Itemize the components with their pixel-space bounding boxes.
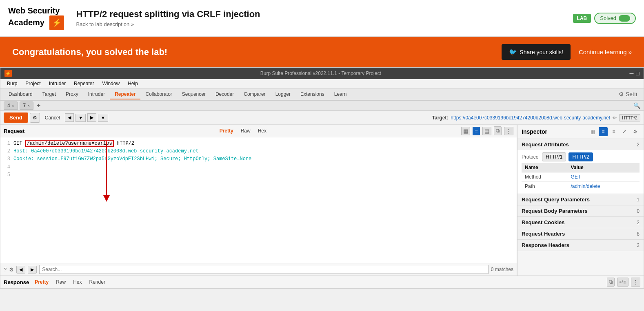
back-link[interactable]: Back to lab description » bbox=[76, 21, 134, 27]
burp-titlebar-controls: ─ □ bbox=[630, 70, 640, 77]
view-grid-icon[interactable]: ▦ bbox=[461, 127, 470, 135]
body-params-header[interactable]: Request Body Parameters 0 bbox=[517, 205, 644, 216]
code-line-2: 2 Host: 0a4e007c0339196bc194274200b2008d… bbox=[4, 148, 513, 155]
repeater-tab-4-close[interactable]: × bbox=[12, 104, 14, 108]
tab-decoder[interactable]: Decoder bbox=[211, 90, 239, 99]
minimize-icon[interactable]: ─ bbox=[630, 70, 634, 77]
tab-proxy[interactable]: Proxy bbox=[61, 90, 83, 99]
burp-window: ⚡ Burp Suite Professional v2022.11.1 - T… bbox=[0, 67, 644, 289]
tab-comparer[interactable]: Comparer bbox=[239, 90, 270, 99]
tab-intruder[interactable]: Intruder bbox=[83, 90, 110, 99]
request-tab-raw[interactable]: Raw bbox=[239, 127, 252, 135]
burp-titlebar: ⚡ Burp Suite Professional v2022.11.1 - T… bbox=[0, 68, 644, 79]
query-params-header[interactable]: Request Query Parameters 1 bbox=[517, 194, 644, 205]
view-more-icon[interactable]: ⋮ bbox=[504, 127, 513, 135]
menu-intruder[interactable]: Intruder bbox=[46, 80, 69, 87]
tab-logger[interactable]: Logger bbox=[271, 90, 295, 99]
inspector-section-cookies: Request Cookies 2 bbox=[517, 217, 644, 228]
search-settings-icon[interactable]: ⚙ bbox=[9, 267, 14, 273]
inspector-icon-grid[interactable]: ▦ bbox=[588, 127, 597, 136]
response-tab-hex[interactable]: Hex bbox=[71, 278, 83, 286]
response-lines-icon[interactable]: ↵n bbox=[617, 278, 628, 287]
attr-method-name: Method bbox=[522, 172, 567, 182]
menu-burp[interactable]: Burp bbox=[4, 80, 20, 87]
request-attributes-content: Protocol HTTP/1 HTTP/2 Name Value bbox=[517, 150, 644, 194]
inspector-section-req-headers: Request Headers 8 bbox=[517, 228, 644, 240]
continue-learning-link[interactable]: Continue learning » bbox=[579, 49, 632, 55]
request-code-area[interactable]: 1 GET /admin/delete?username=carlos HTTP… bbox=[0, 137, 517, 263]
nav-next-button[interactable]: ▶ bbox=[87, 113, 96, 122]
menu-repeater[interactable]: Repeater bbox=[71, 80, 97, 87]
burp-menubar: Burp Project Intruder Repeater Window He… bbox=[0, 79, 644, 88]
inspector-icon-expand[interactable]: ⤢ bbox=[620, 127, 629, 136]
tab-collaborator[interactable]: Collaborator bbox=[140, 90, 177, 99]
tab-learn[interactable]: Learn bbox=[329, 90, 352, 99]
repeater-tab-7[interactable]: 7 × bbox=[20, 101, 34, 110]
response-tab-pretty[interactable]: Pretty bbox=[33, 278, 50, 286]
inspector-section-request-attributes: Request Attributes 2 Protocol HTTP/1 HTT… bbox=[517, 139, 644, 194]
tab-repeater[interactable]: Repeater bbox=[110, 90, 140, 99]
tab-settings-icon[interactable]: ⚙ Setti bbox=[615, 89, 640, 99]
search-next-button[interactable]: ▶ bbox=[28, 266, 37, 274]
inspector-icon-align[interactable]: ≡ bbox=[609, 127, 618, 136]
cancel-button[interactable]: Cancel bbox=[42, 113, 63, 122]
burp-titlebar-left: ⚡ bbox=[4, 70, 12, 77]
request-title: Request bbox=[4, 128, 24, 134]
repeater-tab-4[interactable]: 4 × bbox=[4, 101, 18, 110]
code-line-5: 5 bbox=[4, 171, 513, 179]
tab-extensions[interactable]: Extensions bbox=[295, 90, 329, 99]
code-line-4: 4 bbox=[4, 163, 513, 171]
tab-sequencer[interactable]: Sequencer bbox=[177, 90, 211, 99]
share-button[interactable]: 🐦 Share your skills! bbox=[502, 44, 571, 60]
request-tab-hex[interactable]: Hex bbox=[256, 127, 268, 135]
repeater-tab-7-close[interactable]: × bbox=[27, 104, 30, 108]
inspector-icon-settings[interactable]: ⚙ bbox=[631, 127, 640, 136]
solved-toggle[interactable] bbox=[619, 15, 630, 22]
body-params-title: Request Body Parameters bbox=[522, 208, 588, 214]
protocol-http1-button[interactable]: HTTP/1 bbox=[542, 152, 566, 161]
response-more-icon[interactable]: ⋮ bbox=[631, 278, 640, 287]
view-columns-icon[interactable]: ▤ bbox=[482, 127, 491, 135]
tab-dashboard[interactable]: Dashboard bbox=[4, 90, 38, 99]
search-bar: ? ⚙ ◀ ▶ 0 matches bbox=[0, 263, 517, 276]
menu-help[interactable]: Help bbox=[124, 80, 141, 87]
nav-prev-button[interactable]: ◀ bbox=[65, 113, 74, 122]
search-help-icon[interactable]: ? bbox=[4, 267, 7, 273]
maximize-icon[interactable]: □ bbox=[636, 70, 640, 77]
resp-headers-header[interactable]: Response Headers 3 bbox=[517, 240, 644, 251]
search-input[interactable] bbox=[39, 265, 488, 274]
request-attributes-header[interactable]: Request Attributes 2 bbox=[517, 139, 644, 150]
search-icon[interactable]: 🔍 bbox=[633, 102, 640, 109]
protocol-http2-button[interactable]: HTTP/2 bbox=[568, 152, 593, 161]
request-settings-button[interactable]: ⚙ bbox=[30, 113, 40, 123]
http-version-badge: HTTP/2 bbox=[619, 114, 640, 121]
add-tab-button[interactable]: + bbox=[35, 102, 42, 109]
view-copy-icon[interactable]: ⧉ bbox=[494, 126, 502, 135]
response-tab-render[interactable]: Render bbox=[88, 278, 107, 286]
menu-project[interactable]: Project bbox=[22, 80, 44, 87]
request-tab-pretty[interactable]: Pretty bbox=[218, 127, 235, 135]
nav-prev-dropdown[interactable]: ▼ bbox=[76, 114, 86, 122]
response-copy-icon[interactable]: ⧉ bbox=[607, 278, 615, 287]
inspector-icon-list[interactable]: ≡ bbox=[599, 127, 608, 136]
burp-main: Request Pretty Raw Hex ▦ ≡ ▤ ⧉ ⋮ 1 bbox=[0, 125, 644, 276]
code-line-3: 3 Cookie: session=F97ut1Gw7ZW2pa5nGyzoVd… bbox=[4, 155, 513, 163]
body-params-count: 0 bbox=[637, 208, 640, 214]
repeater-subtabs: 4 × 7 × + 🔍 bbox=[0, 101, 644, 111]
burp-tabbar: Dashboard Target Proxy Intruder Repeater… bbox=[0, 88, 644, 101]
send-button[interactable]: Send bbox=[4, 112, 28, 123]
request-attributes-title: Request Attributes bbox=[522, 141, 569, 148]
search-prev-button[interactable]: ◀ bbox=[16, 266, 25, 274]
req-headers-header[interactable]: Request Headers 8 bbox=[517, 228, 644, 239]
edit-target-icon[interactable]: ✏ bbox=[613, 115, 617, 121]
response-tab-raw[interactable]: Raw bbox=[54, 278, 67, 286]
resp-headers-count: 3 bbox=[637, 243, 640, 248]
header-title-area: HTTP/2 request splitting via CRLF inject… bbox=[76, 9, 573, 27]
view-list-icon[interactable]: ≡ bbox=[473, 127, 480, 135]
tab-target[interactable]: Target bbox=[38, 90, 61, 99]
cookies-header[interactable]: Request Cookies 2 bbox=[517, 217, 644, 228]
menu-window[interactable]: Window bbox=[99, 80, 123, 87]
nav-next-dropdown[interactable]: ▼ bbox=[98, 114, 108, 122]
top-header: Web Security Academy ⚡ HTTP/2 request sp… bbox=[0, 0, 644, 37]
code-line-1: 1 GET /admin/delete?username=carlos HTTP… bbox=[4, 140, 513, 148]
